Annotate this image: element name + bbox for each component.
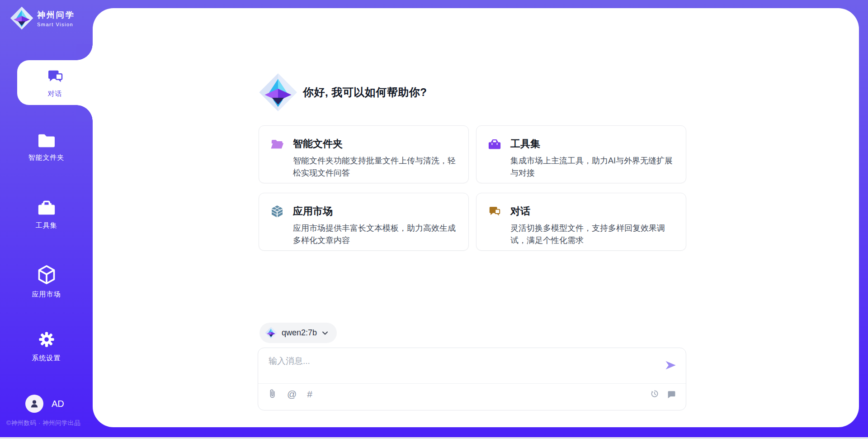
brand-text: 神州问学 Smart Vision — [37, 10, 75, 27]
avatar — [25, 395, 43, 413]
toolbox-icon — [488, 137, 501, 151]
model-name: qwen2:7b — [282, 328, 317, 338]
card-title: 应用市场 — [293, 205, 333, 218]
folder-open-icon — [270, 137, 284, 151]
gear-icon — [37, 330, 56, 349]
sidebar-item-label: 系统设置 — [32, 354, 61, 363]
card-description: 集成市场上主流工具，助力AI与外界无缝扩展与对接 — [510, 155, 675, 179]
app-logo[interactable]: 神州问学 Smart Vision — [10, 6, 75, 30]
content-column: 你好, 我可以如何帮助你? 智能文件夹 智能文件夹功能支持批量文件上传与清洗，轻… — [258, 8, 687, 427]
attach-icon[interactable] — [268, 389, 277, 399]
sidebar-item-smart-folder[interactable]: 智能文件夹 — [0, 132, 93, 162]
toolbox-icon — [37, 198, 57, 216]
hashtag-icon[interactable]: # — [307, 389, 312, 399]
composer-divider — [258, 383, 686, 384]
card-title: 对话 — [510, 205, 530, 218]
sidebar-item-label: 应用市场 — [32, 290, 61, 299]
message-composer: @ # — [258, 348, 686, 410]
card-smart-folder[interactable]: 智能文件夹 智能文件夹功能支持批量文件上传与清洗，轻松实现文件问答 — [259, 125, 469, 183]
window-bottom-edge — [0, 437, 868, 439]
card-chat[interactable]: 对话 灵活切换多模型文件，支持多样回复效果调试，满足个性化需求 — [476, 193, 686, 251]
tab-fillet-bottom — [76, 105, 93, 121]
model-gem-icon — [265, 327, 277, 339]
send-icon[interactable] — [664, 359, 677, 372]
person-icon — [29, 399, 39, 409]
chat-bubble-icon[interactable] — [667, 390, 676, 398]
model-selector[interactable]: qwen2:7b — [259, 323, 337, 343]
brand-name: 神州问学 — [37, 10, 75, 20]
brand-subtitle: Smart Vision — [37, 22, 75, 27]
message-input[interactable] — [269, 355, 653, 379]
sidebar-item-settings[interactable]: 系统设置 — [0, 330, 93, 363]
copyright-text: ©神州数码 · 神州问学出品 — [6, 419, 92, 427]
tab-fillet-top — [76, 44, 93, 60]
card-title: 智能文件夹 — [293, 137, 343, 151]
sidebar: 神州问学 Smart Vision 对话 智能文件夹 工具集 — [0, 0, 93, 439]
chat-bubbles-icon — [488, 205, 501, 218]
sidebar-item-app-market[interactable]: 应用市场 — [0, 264, 93, 299]
card-description: 智能文件夹功能支持批量文件上传与清洗，轻松实现文件问答 — [293, 155, 458, 179]
card-app-market[interactable]: 应用市场 应用市场提供丰富长文本模板，助力高效生成多样化文章内容 — [259, 193, 469, 251]
card-toolset[interactable]: 工具集 集成市场上主流工具，助力AI与外界无缝扩展与对接 — [476, 125, 686, 183]
greeting-title: 你好, 我可以如何帮助你? — [303, 85, 427, 100]
chevron-down-icon — [321, 329, 329, 337]
card-title: 工具集 — [510, 137, 540, 151]
user-name: AD — [52, 399, 64, 409]
history-icon[interactable] — [650, 389, 659, 398]
cube-grid-icon — [270, 205, 284, 218]
user-account[interactable]: AD — [25, 395, 64, 413]
greeting-gem-icon — [259, 73, 297, 112]
sidebar-item-chat[interactable]: 对话 — [17, 60, 93, 105]
cube-icon — [37, 264, 57, 285]
sidebar-item-label: 对话 — [48, 90, 62, 98]
folder-icon — [37, 132, 56, 148]
card-description: 应用市场提供丰富长文本模板，助力高效生成多样化文章内容 — [293, 222, 458, 247]
brand-gem-icon — [10, 6, 33, 30]
mention-icon[interactable]: @ — [287, 389, 297, 399]
card-description: 灵活切换多模型文件，支持多样回复效果调试，满足个性化需求 — [510, 222, 675, 247]
sidebar-item-label: 智能文件夹 — [28, 153, 65, 162]
sidebar-item-toolset[interactable]: 工具集 — [0, 198, 93, 230]
composer-toolbar: @ # — [268, 389, 676, 399]
chat-bubbles-icon — [46, 67, 64, 86]
sidebar-item-label: 工具集 — [36, 221, 57, 230]
greeting-block: 你好, 我可以如何帮助你? — [259, 73, 427, 112]
feature-cards: 智能文件夹 智能文件夹功能支持批量文件上传与清洗，轻松实现文件问答 工具集 — [259, 125, 686, 251]
main-panel: 你好, 我可以如何帮助你? 智能文件夹 智能文件夹功能支持批量文件上传与清洗，轻… — [93, 8, 859, 427]
